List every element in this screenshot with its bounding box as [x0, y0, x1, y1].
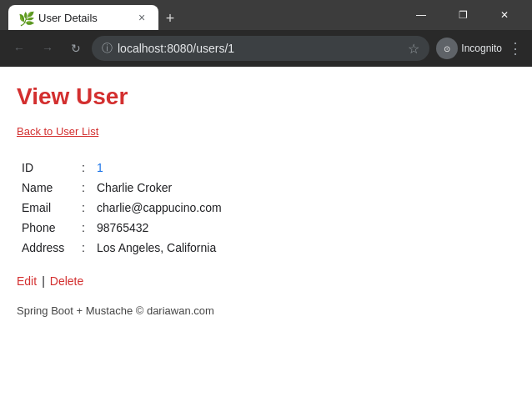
- action-links: Edit | Delete: [17, 274, 515, 288]
- email-colon: :: [75, 198, 92, 218]
- maximize-button[interactable]: ❐: [444, 0, 482, 30]
- tab-title: User Details: [38, 12, 128, 24]
- bookmark-icon[interactable]: ☆: [408, 41, 419, 57]
- url-bar[interactable]: ⓘ localhost:8080/users/1 ☆: [92, 36, 429, 61]
- window-controls: — ❐ ✕: [402, 0, 524, 30]
- address-value: Los Angeles, California: [92, 238, 227, 258]
- table-row: Name : Charlie Croker: [17, 178, 227, 198]
- forward-button[interactable]: →: [35, 36, 60, 61]
- page-title: View User: [17, 83, 515, 110]
- tab-favicon: 🌿: [18, 11, 32, 24]
- address-label: Address: [17, 238, 75, 258]
- new-tab-button[interactable]: +: [158, 7, 182, 30]
- name-value: Charlie Croker: [92, 178, 227, 198]
- table-row: Address : Los Angeles, California: [17, 238, 227, 258]
- title-bar: 🌿 User Details × + — ❐ ✕: [0, 0, 532, 30]
- url-text: localhost:8080/users/1: [118, 42, 403, 55]
- table-row: Phone : 98765432: [17, 218, 227, 238]
- address-bar: ← → ↻ ⓘ localhost:8080/users/1 ☆ ⊙ Incog…: [0, 30, 532, 67]
- address-colon: :: [75, 238, 92, 258]
- delete-link[interactable]: Delete: [50, 274, 83, 288]
- profile-area[interactable]: ⊙ Incognito: [436, 38, 502, 59]
- email-label: Email: [17, 198, 75, 218]
- id-value: 1: [92, 158, 227, 178]
- back-to-user-list-link[interactable]: Back to User List: [17, 125, 98, 138]
- avatar: ⊙: [436, 38, 458, 59]
- footer: Spring Boot + Mustache © dariawan.com: [17, 304, 515, 317]
- phone-value: 98765432: [92, 218, 227, 238]
- close-window-button[interactable]: ✕: [485, 0, 524, 30]
- phone-colon: :: [75, 218, 92, 238]
- action-separator: |: [42, 274, 45, 288]
- id-label: ID: [17, 158, 75, 178]
- tab-area: 🌿 User Details × +: [8, 0, 395, 30]
- secure-icon: ⓘ: [102, 41, 113, 56]
- profile-label: Incognito: [461, 43, 502, 54]
- tab-close-button[interactable]: ×: [135, 11, 148, 24]
- page-content: View User Back to User List ID : 1 Name …: [0, 67, 532, 417]
- table-row: Email : charlie@cappucino.com: [17, 198, 227, 218]
- edit-link[interactable]: Edit: [17, 274, 37, 288]
- email-value: charlie@cappucino.com: [92, 198, 227, 218]
- table-row: ID : 1: [17, 158, 227, 178]
- id-colon: :: [75, 158, 92, 178]
- back-button[interactable]: ←: [7, 36, 32, 61]
- minimize-button[interactable]: —: [402, 0, 440, 30]
- user-details-table: ID : 1 Name : Charlie Croker Email : cha…: [17, 158, 227, 258]
- active-tab[interactable]: 🌿 User Details ×: [8, 5, 158, 30]
- name-label: Name: [17, 178, 75, 198]
- phone-label: Phone: [17, 218, 75, 238]
- browser-menu-button[interactable]: ⋮: [505, 38, 525, 58]
- refresh-button[interactable]: ↻: [63, 36, 88, 61]
- name-colon: :: [75, 178, 92, 198]
